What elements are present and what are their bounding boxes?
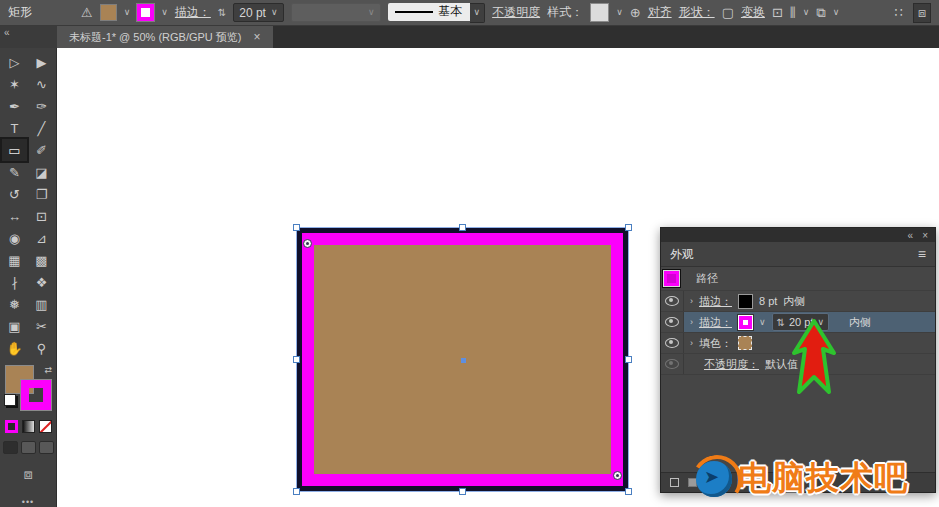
selection-handle-se[interactable] — [625, 488, 632, 495]
eye-icon[interactable] — [665, 338, 679, 348]
selection-handle-nw[interactable] — [293, 224, 300, 231]
selection-handle-e[interactable] — [625, 356, 632, 363]
appearance-row-path[interactable]: 路径 — [661, 267, 935, 291]
swap-fill-stroke-icon[interactable]: ⇄ — [44, 365, 52, 375]
draw-behind-button[interactable] — [21, 441, 36, 454]
column-graph-tool[interactable]: ▥ — [29, 293, 54, 315]
artboard-tool[interactable]: ▣ — [2, 315, 27, 337]
panel-close-icon[interactable]: × — [922, 230, 928, 241]
transform-link[interactable]: 变换 — [741, 4, 765, 21]
workspace-dots-grid-icon[interactable]: ∷ — [894, 5, 902, 20]
stroke-weight-field[interactable]: 20 pt ∨ — [233, 3, 283, 22]
selection-handle-sw[interactable] — [293, 488, 300, 495]
stroke-20pt-swatch-chevron-icon[interactable]: ∨ — [759, 318, 766, 327]
magic-wand-tool[interactable]: ✶ — [2, 73, 27, 95]
stroke-8pt-label[interactable]: 描边： — [699, 294, 732, 309]
paintbrush-tool[interactable]: ✐ — [29, 139, 54, 161]
mesh-tool[interactable]: ▦ — [2, 249, 27, 271]
graphic-style-swatch[interactable] — [590, 3, 609, 22]
panel-toggle-icon[interactable]: ⧈ — [913, 3, 931, 23]
direct-selection-tool[interactable]: ▶ — [29, 51, 54, 73]
panel-menu-icon[interactable]: ≡ — [918, 246, 926, 262]
visibility-cell[interactable] — [661, 333, 684, 353]
document-tab[interactable]: 未标题-1* @ 50% (RGB/GPU 预览) × — [57, 26, 273, 48]
shape-rect-icon[interactable]: ▢ — [722, 5, 734, 20]
style-chevron-down-icon[interactable]: ∨ — [616, 8, 623, 17]
visibility-cell[interactable] — [661, 312, 684, 332]
screen-mode-icon[interactable]: ⧈ — [24, 466, 33, 483]
live-corner-widget-bottomright[interactable] — [613, 471, 622, 480]
document-setup-globe-icon[interactable]: ⊕ — [630, 5, 641, 20]
toolbar-collapse-corner[interactable]: « — [0, 26, 57, 48]
fill-chevron-down-icon[interactable]: ∨ — [124, 8, 131, 17]
align-link[interactable]: 对齐 — [648, 4, 672, 21]
stroke-label[interactable]: 描边： — [175, 4, 211, 21]
shape-link[interactable]: 形状： — [679, 4, 715, 21]
eye-icon[interactable] — [665, 296, 679, 306]
pen-tool[interactable]: ✒ — [2, 95, 27, 117]
arrange-icon[interactable]: ⧉ — [816, 5, 825, 21]
add-new-stroke-icon[interactable] — [670, 478, 679, 487]
scale-tool[interactable]: ❐ — [29, 183, 54, 205]
edit-toolbar-more-icon[interactable]: ••• — [22, 497, 34, 507]
gradient-mode-button[interactable] — [22, 420, 35, 433]
panel-collapse-icon[interactable]: « — [908, 230, 914, 241]
width-tool[interactable]: ↔ — [2, 205, 27, 227]
live-corner-widget-topleft[interactable] — [303, 239, 312, 248]
stroke-style-preview[interactable]: 基本 — [388, 3, 470, 21]
perspective-grid-tool[interactable]: ⊿ — [29, 227, 54, 249]
appearance-row-stroke-8pt[interactable]: › 描边： 8 pt 内侧 — [661, 291, 935, 312]
rectangle-tool[interactable]: ▭ — [2, 139, 27, 161]
stroke-chevron-down-icon[interactable]: ∨ — [161, 8, 168, 17]
artwork-rectangle[interactable] — [297, 228, 628, 491]
shaper-tool[interactable]: ✎ — [2, 161, 27, 183]
blend-tool[interactable]: ❖ — [29, 271, 54, 293]
zoom-tool[interactable]: ⚲ — [29, 337, 54, 359]
draw-normal-button[interactable] — [3, 441, 18, 454]
color-mode-button[interactable] — [5, 420, 18, 433]
stroke-style-select[interactable]: 基本 ∨ — [388, 3, 486, 23]
collapse-double-chevron-icon[interactable]: « — [4, 27, 10, 38]
selection-handle-s[interactable] — [459, 488, 466, 495]
stroke-color-swatch[interactable] — [137, 4, 154, 21]
opacity-row-label[interactable]: 不透明度： — [704, 357, 759, 372]
selection-handle-ne[interactable] — [625, 224, 632, 231]
expand-chevron-icon[interactable]: › — [690, 317, 693, 327]
stroke-8pt-color-swatch[interactable] — [738, 294, 753, 309]
stroke-20pt-color-swatch[interactable] — [738, 315, 753, 330]
stroke-20pt-label[interactable]: 描边： — [699, 315, 732, 330]
slice-tool[interactable]: ✂ — [29, 315, 54, 337]
eye-icon[interactable] — [665, 317, 679, 327]
lasso-tool[interactable]: ∿ — [29, 73, 54, 95]
draw-inside-button[interactable] — [39, 441, 54, 454]
isolate-selection-icon[interactable]: ⊡ — [772, 5, 783, 20]
hand-tool[interactable]: ✋ — [2, 337, 27, 359]
none-mode-button[interactable] — [39, 420, 52, 433]
rotate-tool[interactable]: ↺ — [2, 183, 27, 205]
line-segment-tool[interactable]: ╱ — [29, 117, 54, 139]
shape-builder-tool[interactable]: ◉ — [2, 227, 27, 249]
align-objects-chevron-icon[interactable]: ∨ — [803, 8, 810, 17]
expand-chevron-icon[interactable]: › — [690, 296, 693, 306]
fill-row-label[interactable]: 填色： — [699, 336, 732, 351]
stroke-20pt-stepper-icon[interactable]: ⇅ — [777, 317, 785, 328]
stroke-weight-chevron-icon[interactable]: ∨ — [271, 8, 278, 17]
free-transform-tool[interactable]: ⊡ — [29, 205, 54, 227]
tab-close-icon[interactable]: × — [254, 30, 261, 44]
selection-handle-n[interactable] — [459, 224, 466, 231]
appearance-panel-title[interactable]: 外观 — [670, 246, 694, 263]
stroke-proxy-swatch[interactable] — [21, 380, 51, 410]
fill-color-swatch[interactable] — [738, 336, 752, 350]
arrange-chevron-icon[interactable]: ∨ — [833, 8, 840, 17]
align-objects-icon[interactable]: ⫼ — [790, 5, 796, 21]
eyedropper-tool[interactable]: ∤ — [2, 271, 27, 293]
expand-chevron-icon[interactable]: › — [690, 338, 693, 348]
curvature-tool[interactable]: ✑ — [29, 95, 54, 117]
default-fill-stroke-icon[interactable] — [4, 394, 16, 406]
fill-color-swatch[interactable] — [100, 4, 117, 21]
selection-handle-w[interactable] — [293, 356, 300, 363]
stroke-weight-stepper[interactable]: ⇅ — [218, 7, 226, 18]
symbol-sprayer-tool[interactable]: ❅ — [2, 293, 27, 315]
type-tool[interactable]: T — [2, 117, 27, 139]
stroke-style-chevron[interactable]: ∨ — [470, 3, 486, 23]
